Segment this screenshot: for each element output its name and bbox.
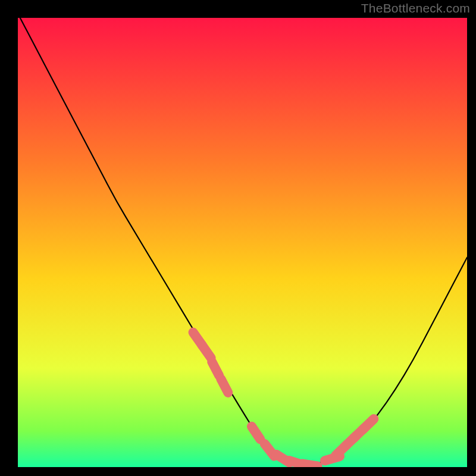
bottleneck-chart <box>0 0 476 476</box>
data-point <box>212 362 219 375</box>
watermark-text: TheBottleneck.com <box>361 1 470 15</box>
data-point <box>302 464 318 466</box>
chart-stage: { "watermark": "TheBottleneck.com", "col… <box>0 0 476 476</box>
data-point <box>221 379 228 393</box>
gradient-background <box>18 18 467 467</box>
